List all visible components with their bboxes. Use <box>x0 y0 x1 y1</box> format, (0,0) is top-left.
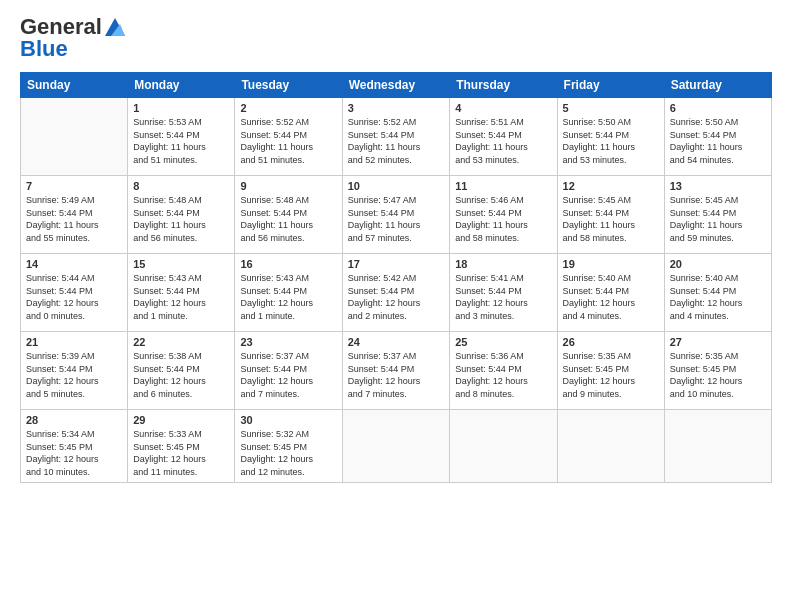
day-info: Sunrise: 5:38 AMSunset: 5:44 PMDaylight:… <box>133 350 229 400</box>
day-info: Sunrise: 5:46 AMSunset: 5:44 PMDaylight:… <box>455 194 551 244</box>
day-info: Sunrise: 5:43 AMSunset: 5:44 PMDaylight:… <box>240 272 336 322</box>
day-number: 21 <box>26 336 122 348</box>
calendar-cell: 24Sunrise: 5:37 AMSunset: 5:44 PMDayligh… <box>342 332 450 410</box>
calendar-cell: 10Sunrise: 5:47 AMSunset: 5:44 PMDayligh… <box>342 176 450 254</box>
calendar-cell <box>21 98 128 176</box>
weekday-header-wednesday: Wednesday <box>342 73 450 98</box>
day-number: 26 <box>563 336 659 348</box>
day-info: Sunrise: 5:35 AMSunset: 5:45 PMDaylight:… <box>670 350 766 400</box>
calendar-cell <box>557 410 664 483</box>
header: General Blue <box>20 16 772 62</box>
weekday-header-sunday: Sunday <box>21 73 128 98</box>
weekday-header-tuesday: Tuesday <box>235 73 342 98</box>
day-info: Sunrise: 5:45 AMSunset: 5:44 PMDaylight:… <box>670 194 766 244</box>
calendar-cell: 3Sunrise: 5:52 AMSunset: 5:44 PMDaylight… <box>342 98 450 176</box>
day-number: 29 <box>133 414 229 426</box>
day-info: Sunrise: 5:52 AMSunset: 5:44 PMDaylight:… <box>348 116 445 166</box>
calendar-cell: 4Sunrise: 5:51 AMSunset: 5:44 PMDaylight… <box>450 98 557 176</box>
calendar-cell: 14Sunrise: 5:44 AMSunset: 5:44 PMDayligh… <box>21 254 128 332</box>
calendar-cell: 9Sunrise: 5:48 AMSunset: 5:44 PMDaylight… <box>235 176 342 254</box>
page: General Blue SundayMondayTuesdayWednesda… <box>0 0 792 612</box>
day-info: Sunrise: 5:44 AMSunset: 5:44 PMDaylight:… <box>26 272 122 322</box>
calendar-cell: 21Sunrise: 5:39 AMSunset: 5:44 PMDayligh… <box>21 332 128 410</box>
calendar-cell <box>664 410 771 483</box>
day-number: 15 <box>133 258 229 270</box>
weekday-header-row: SundayMondayTuesdayWednesdayThursdayFrid… <box>21 73 772 98</box>
calendar-cell: 2Sunrise: 5:52 AMSunset: 5:44 PMDaylight… <box>235 98 342 176</box>
day-number: 17 <box>348 258 445 270</box>
day-number: 6 <box>670 102 766 114</box>
day-info: Sunrise: 5:36 AMSunset: 5:44 PMDaylight:… <box>455 350 551 400</box>
calendar-cell: 12Sunrise: 5:45 AMSunset: 5:44 PMDayligh… <box>557 176 664 254</box>
calendar-cell: 8Sunrise: 5:48 AMSunset: 5:44 PMDaylight… <box>128 176 235 254</box>
calendar-cell: 11Sunrise: 5:46 AMSunset: 5:44 PMDayligh… <box>450 176 557 254</box>
day-number: 30 <box>240 414 336 426</box>
calendar-cell: 30Sunrise: 5:32 AMSunset: 5:45 PMDayligh… <box>235 410 342 483</box>
day-number: 23 <box>240 336 336 348</box>
calendar-cell <box>450 410 557 483</box>
day-number: 13 <box>670 180 766 192</box>
day-info: Sunrise: 5:50 AMSunset: 5:44 PMDaylight:… <box>563 116 659 166</box>
day-info: Sunrise: 5:51 AMSunset: 5:44 PMDaylight:… <box>455 116 551 166</box>
day-info: Sunrise: 5:49 AMSunset: 5:44 PMDaylight:… <box>26 194 122 244</box>
day-info: Sunrise: 5:34 AMSunset: 5:45 PMDaylight:… <box>26 428 122 478</box>
logo-general-text: General <box>20 16 102 38</box>
calendar-cell: 19Sunrise: 5:40 AMSunset: 5:44 PMDayligh… <box>557 254 664 332</box>
calendar-cell: 22Sunrise: 5:38 AMSunset: 5:44 PMDayligh… <box>128 332 235 410</box>
calendar-cell: 16Sunrise: 5:43 AMSunset: 5:44 PMDayligh… <box>235 254 342 332</box>
day-number: 22 <box>133 336 229 348</box>
weekday-header-thursday: Thursday <box>450 73 557 98</box>
calendar-cell: 7Sunrise: 5:49 AMSunset: 5:44 PMDaylight… <box>21 176 128 254</box>
day-number: 10 <box>348 180 445 192</box>
calendar-week-5: 28Sunrise: 5:34 AMSunset: 5:45 PMDayligh… <box>21 410 772 483</box>
calendar-cell: 28Sunrise: 5:34 AMSunset: 5:45 PMDayligh… <box>21 410 128 483</box>
calendar-cell: 27Sunrise: 5:35 AMSunset: 5:45 PMDayligh… <box>664 332 771 410</box>
day-number: 4 <box>455 102 551 114</box>
day-number: 24 <box>348 336 445 348</box>
calendar-cell: 5Sunrise: 5:50 AMSunset: 5:44 PMDaylight… <box>557 98 664 176</box>
calendar-cell: 6Sunrise: 5:50 AMSunset: 5:44 PMDaylight… <box>664 98 771 176</box>
day-number: 27 <box>670 336 766 348</box>
calendar-week-1: 1Sunrise: 5:53 AMSunset: 5:44 PMDaylight… <box>21 98 772 176</box>
day-number: 9 <box>240 180 336 192</box>
day-number: 18 <box>455 258 551 270</box>
day-number: 19 <box>563 258 659 270</box>
weekday-header-monday: Monday <box>128 73 235 98</box>
day-info: Sunrise: 5:50 AMSunset: 5:44 PMDaylight:… <box>670 116 766 166</box>
calendar-cell: 20Sunrise: 5:40 AMSunset: 5:44 PMDayligh… <box>664 254 771 332</box>
day-info: Sunrise: 5:45 AMSunset: 5:44 PMDaylight:… <box>563 194 659 244</box>
day-number: 8 <box>133 180 229 192</box>
day-info: Sunrise: 5:42 AMSunset: 5:44 PMDaylight:… <box>348 272 445 322</box>
calendar-cell: 18Sunrise: 5:41 AMSunset: 5:44 PMDayligh… <box>450 254 557 332</box>
day-info: Sunrise: 5:41 AMSunset: 5:44 PMDaylight:… <box>455 272 551 322</box>
day-info: Sunrise: 5:48 AMSunset: 5:44 PMDaylight:… <box>240 194 336 244</box>
weekday-header-friday: Friday <box>557 73 664 98</box>
day-number: 16 <box>240 258 336 270</box>
calendar-cell <box>342 410 450 483</box>
day-number: 3 <box>348 102 445 114</box>
day-number: 14 <box>26 258 122 270</box>
weekday-header-saturday: Saturday <box>664 73 771 98</box>
day-number: 12 <box>563 180 659 192</box>
calendar-cell: 13Sunrise: 5:45 AMSunset: 5:44 PMDayligh… <box>664 176 771 254</box>
logo-wordmark: General <box>20 16 126 38</box>
calendar-cell: 25Sunrise: 5:36 AMSunset: 5:44 PMDayligh… <box>450 332 557 410</box>
calendar-cell: 17Sunrise: 5:42 AMSunset: 5:44 PMDayligh… <box>342 254 450 332</box>
day-info: Sunrise: 5:40 AMSunset: 5:44 PMDaylight:… <box>670 272 766 322</box>
day-number: 25 <box>455 336 551 348</box>
day-info: Sunrise: 5:47 AMSunset: 5:44 PMDaylight:… <box>348 194 445 244</box>
calendar-cell: 23Sunrise: 5:37 AMSunset: 5:44 PMDayligh… <box>235 332 342 410</box>
day-info: Sunrise: 5:40 AMSunset: 5:44 PMDaylight:… <box>563 272 659 322</box>
day-number: 2 <box>240 102 336 114</box>
day-info: Sunrise: 5:32 AMSunset: 5:45 PMDaylight:… <box>240 428 336 478</box>
day-number: 11 <box>455 180 551 192</box>
day-number: 1 <box>133 102 229 114</box>
day-info: Sunrise: 5:33 AMSunset: 5:45 PMDaylight:… <box>133 428 229 478</box>
calendar-cell: 1Sunrise: 5:53 AMSunset: 5:44 PMDaylight… <box>128 98 235 176</box>
logo: General Blue <box>20 16 126 62</box>
calendar-week-2: 7Sunrise: 5:49 AMSunset: 5:44 PMDaylight… <box>21 176 772 254</box>
calendar-week-3: 14Sunrise: 5:44 AMSunset: 5:44 PMDayligh… <box>21 254 772 332</box>
calendar-week-4: 21Sunrise: 5:39 AMSunset: 5:44 PMDayligh… <box>21 332 772 410</box>
day-number: 7 <box>26 180 122 192</box>
day-number: 20 <box>670 258 766 270</box>
